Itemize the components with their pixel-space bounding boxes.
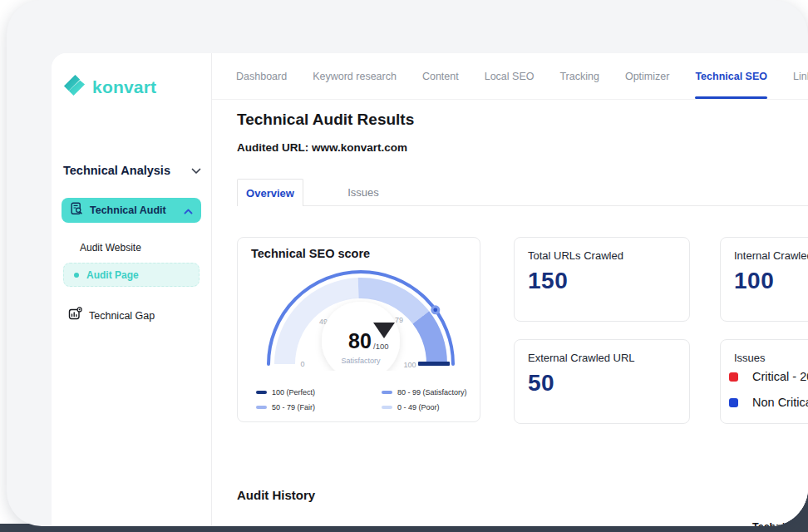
sidebar-section-label: Technical Analysis	[63, 164, 170, 177]
gauge-score-max: /100	[373, 342, 389, 351]
legend-swatch-fair	[256, 406, 267, 409]
non-critical-marker-icon	[729, 398, 738, 407]
issue-row-critical: Critical - 20	[729, 370, 808, 383]
stat-value: 150	[528, 268, 676, 294]
gauge-score-value: 80	[348, 329, 372, 352]
legend-swatch-perfect	[256, 391, 267, 394]
nav-item-keyword-research[interactable]: Keyword research	[313, 53, 397, 99]
nav-item-content[interactable]: Content	[422, 53, 459, 99]
legend-swatch-satisfactory	[382, 391, 392, 394]
issues-card: Issues Critical - 20 Non Critical	[720, 339, 808, 424]
stat-value: 50	[528, 370, 676, 397]
sidebar-item-audit-page[interactable]: Audit Page	[63, 263, 200, 287]
nav-item-local-seo[interactable]: Local SEO	[485, 53, 535, 99]
technical-seo-score-card: Technical SEO score	[237, 237, 480, 422]
page: konvart Technical Analysis	[0, 0, 808, 532]
external-crawled-url-card: External Crawled URL 50	[514, 339, 690, 424]
sidebar-item-label: Technical Audit	[90, 204, 166, 216]
main-area: Dashboard Keyword research Content Local…	[212, 53, 808, 526]
sidebar-item-technical-audit[interactable]: Technical Audit	[62, 198, 201, 223]
legend-label: 0 - 49 (Poor)	[397, 403, 440, 411]
legend-item-perfect: 100 (Perfect)	[256, 388, 315, 397]
bullet-dot-icon	[74, 273, 79, 278]
sidebar-item-label: Technical Gap	[89, 310, 155, 322]
page-title: Technical Audit Results	[237, 111, 414, 129]
chevron-up-icon	[184, 203, 193, 218]
sidebar: konvart Technical Analysis	[52, 53, 212, 526]
konvart-diamond-icon	[62, 73, 86, 101]
legend-label: 50 - 79 (Fair)	[272, 403, 315, 411]
stat-label: Total URLs Crawled	[528, 249, 676, 262]
gauge-tick-0: 0	[300, 360, 304, 368]
nav-item-technical-seo[interactable]: Technical SEO	[695, 53, 767, 99]
tab-issues[interactable]: Issues	[330, 179, 397, 205]
app-window: konvart Technical Analysis	[52, 53, 808, 526]
stat-label: External Crawled URL	[528, 352, 676, 364]
nav-item-dashboard[interactable]: Dashboard	[236, 53, 287, 99]
legend-label: 80 - 99 (Satisfactory)	[397, 388, 467, 397]
issue-label: Non Critical	[752, 396, 808, 409]
nav-item-optimizer[interactable]: Optimizer	[625, 53, 669, 99]
issue-row-non-critical: Non Critical	[729, 396, 808, 409]
gauge-status-label: Satisfactory	[341, 357, 381, 365]
content-area: Technical Audit Results Audited URL: www…	[212, 100, 808, 526]
sidebar-item-technical-gap[interactable]: Technical Gap	[68, 307, 155, 324]
nav-item-link-building[interactable]: Link Building	[793, 53, 808, 99]
legend-item-fair: 50 - 79 (Fair)	[256, 403, 315, 411]
app-frame: konvart Technical Analysis	[7, 0, 808, 526]
internal-crawled-url-card: Internal Crawled URL 100	[720, 237, 808, 322]
legend-swatch-poor	[382, 406, 392, 409]
gauge-tick-100: 100	[403, 361, 416, 369]
issue-label: Critical - 20	[752, 370, 808, 383]
gauge-tick-79: 79	[395, 316, 403, 324]
tab-bar: Overview Issues	[237, 179, 808, 206]
legend-item-poor: 0 - 49 (Poor)	[382, 403, 440, 411]
top-navigation: Dashboard Keyword research Content Local…	[212, 53, 808, 100]
legend-label: 100 (Perfect)	[272, 388, 315, 397]
seo-score-gauge: 0 49 79 100 80 /100 Satisfactory	[238, 238, 481, 371]
brand-name: konvart	[92, 77, 156, 97]
sidebar-section-technical-analysis[interactable]: Technical Analysis	[63, 163, 201, 178]
audit-document-icon	[70, 202, 83, 219]
critical-marker-icon	[729, 372, 738, 382]
stat-value: 100	[734, 268, 808, 294]
audit-history-title: Audit History	[237, 488, 315, 502]
sidebar-item-label: Audit Page	[86, 269, 139, 281]
issues-card-label: Issues	[734, 352, 808, 364]
chevron-down-icon	[191, 163, 201, 178]
sidebar-item-audit-website[interactable]: Audit Website	[80, 242, 141, 254]
audited-url-label: Audited URL: www.konvart.com	[237, 141, 407, 154]
stat-label: Internal Crawled URL	[734, 249, 808, 262]
chart-gap-icon	[68, 307, 82, 324]
legend-item-satisfactory: 80 - 99 (Satisfactory)	[382, 388, 467, 397]
total-urls-crawled-card: Total URLs Crawled 150	[514, 237, 690, 322]
nav-item-tracking[interactable]: Tracking	[559, 53, 599, 99]
brand-logo[interactable]: konvart	[62, 73, 156, 101]
tab-overview[interactable]: Overview	[237, 179, 303, 206]
